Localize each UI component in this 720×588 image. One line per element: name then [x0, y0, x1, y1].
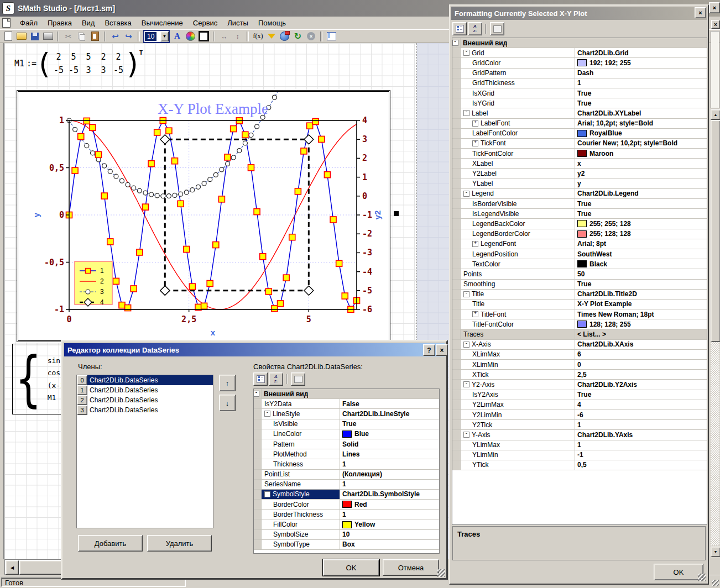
paste-icon[interactable] [89, 30, 101, 42]
property-name[interactable]: IsLegendVisible [461, 209, 575, 218]
property-name[interactable]: LineColor [262, 429, 340, 439]
property-name[interactable]: IsBorderVisible [461, 199, 575, 208]
property-value[interactable]: 1 [575, 78, 707, 88]
property-name[interactable]: Points [461, 269, 575, 279]
property-value[interactable]: True [575, 88, 707, 98]
property-value[interactable]: 192; 192; 255 [575, 58, 707, 67]
vertical-scroll-track-top[interactable] [711, 31, 719, 108]
property-name[interactable]: Smoothing [461, 280, 575, 289]
property-name[interactable]: Title [461, 300, 575, 309]
property-row[interactable]: SeriesName1 [254, 480, 439, 490]
print-icon[interactable] [42, 30, 54, 42]
property-name[interactable]: XLabel [461, 159, 575, 168]
property-row[interactable]: +LegendFontArial; 8pt [452, 239, 707, 249]
property-value[interactable]: 0,5 [575, 460, 707, 470]
property-name[interactable]: TickFontColor [461, 149, 575, 158]
property-name[interactable]: LegendBackColor [461, 219, 575, 228]
menu-правка[interactable]: Правка [43, 17, 77, 29]
plot-resize-handle[interactable] [394, 211, 399, 216]
property-name[interactable]: -Y2-Axis [461, 380, 575, 389]
property-name[interactable]: IsVisible [262, 419, 340, 429]
property-name[interactable]: LegendPosition [461, 249, 575, 259]
property-value[interactable]: Blue [340, 429, 439, 439]
dataseries-list-item[interactable]: 1Chart2DLib.DataSeries [77, 385, 213, 395]
property-row[interactable]: PatternSolid [254, 439, 439, 449]
add-button[interactable]: Добавить [78, 535, 143, 552]
property-value[interactable]: -1 [575, 450, 707, 460]
property-name[interactable]: PlotMethod [262, 449, 340, 459]
property-name[interactable]: +LegendFont [461, 239, 575, 249]
property-category-row[interactable]: -Внешний вид [452, 38, 707, 48]
collapse-icon[interactable]: - [463, 342, 469, 348]
property-row[interactable]: GridThickness1 [452, 78, 707, 88]
property-value[interactable]: 1 [340, 459, 439, 469]
property-category-row[interactable]: -Внешний вид [254, 389, 439, 399]
property-row[interactable]: BorderThickness1 [254, 510, 439, 519]
new-icon[interactable] [2, 30, 14, 42]
matrix-region[interactable]: M1 := ( 25522-5-533-5 ) T [14, 49, 142, 78]
collapse-icon[interactable]: - [463, 381, 469, 387]
property-row[interactable]: TitleX-Y Plot Example [452, 300, 707, 309]
property-value[interactable]: 0 [575, 360, 707, 369]
property-name[interactable]: -SymbolStyle [262, 490, 340, 499]
vertical-scroll-thumb[interactable] [711, 120, 720, 342]
palette-icon[interactable] [185, 30, 196, 42]
property-row[interactable]: -Y2-AxisChart2DLib.Y2Axis [452, 380, 707, 390]
property-row[interactable]: LegendBackColor255; 255; 128 [452, 219, 707, 229]
scroll-up-button[interactable]: ▲ [711, 109, 720, 120]
dialog-title-bar[interactable]: Редактор коллекции DataSeries [64, 343, 445, 356]
property-value[interactable]: Chart2DLib.Legend [575, 189, 707, 198]
property-name[interactable]: YLimMax [461, 440, 575, 450]
property-name[interactable]: -X-Axis [461, 340, 575, 349]
property-value[interactable]: 255; 255; 128 [575, 219, 707, 228]
function-icon[interactable]: f(x) [252, 30, 264, 42]
alphabetical-sort-icon[interactable]: AZ↓ [468, 22, 482, 35]
property-name[interactable]: +TickFont [461, 139, 575, 148]
property-value[interactable]: Dash [575, 69, 707, 78]
expand-icon[interactable]: + [472, 241, 478, 247]
ok-button[interactable]: OK [323, 559, 379, 576]
members-listbox[interactable]: 0Chart2DLib.DataSeries1Chart2DLib.DataSe… [76, 375, 213, 528]
collapse-icon[interactable]: - [264, 411, 270, 417]
mdi-close-button[interactable]: × [711, 20, 720, 29]
property-row[interactable]: XLimMax6 [452, 350, 707, 360]
undo-icon[interactable]: ↩ [109, 30, 121, 42]
property-row[interactable]: SmoothingTrue [452, 280, 707, 290]
categorized-view-icon[interactable] [452, 22, 467, 35]
property-name[interactable]: -Grid [461, 48, 575, 57]
property-row[interactable]: IsBorderVisibleTrue [452, 199, 707, 209]
property-value[interactable]: Chart2DLib.SymbolStyle [340, 490, 439, 499]
scroll-down-button[interactable]: ▼ [711, 547, 720, 557]
font-size-dropdown-icon[interactable]: ▼ [160, 32, 169, 41]
property-row[interactable]: Y2LimMin-6 [452, 410, 707, 420]
property-value[interactable]: True [575, 199, 707, 208]
property-value[interactable]: 1 [575, 440, 707, 450]
collapse-icon[interactable]: - [463, 110, 469, 116]
dataseries-list-item[interactable]: 2Chart2DLib.DataSeries [77, 395, 213, 405]
property-row[interactable]: GridColor192; 192; 255 [452, 58, 707, 68]
property-value[interactable]: Lines [340, 449, 439, 459]
property-row[interactable]: -Y-AxisChart2DLib.YAxis [452, 430, 707, 440]
property-row[interactable]: IsYGridTrue [452, 98, 707, 108]
property-row[interactable]: YLimMin-1 [452, 450, 707, 460]
property-row[interactable]: YLimMax1 [452, 440, 707, 450]
property-name[interactable]: Y2LimMin [461, 410, 575, 419]
property-value[interactable]: -6 [575, 410, 707, 419]
property-value[interactable]: 1 [340, 480, 439, 489]
property-name[interactable]: Внешний вид [262, 389, 308, 398]
property-row[interactable]: BorderColorRed [254, 500, 439, 510]
formatting-panel-title[interactable]: Formatting Currently Selected X-Y Plot [451, 7, 707, 20]
property-row[interactable]: IsY2AxisTrue [452, 390, 707, 400]
window-resize-grip[interactable] [712, 580, 719, 586]
menu-сервис[interactable]: Сервис [188, 17, 223, 29]
property-name[interactable]: GridThickness [461, 78, 575, 88]
property-value[interactable]: Chart2DLib.XYLabel [575, 108, 707, 118]
property-value[interactable]: Chart2DLib.YAxis [575, 430, 707, 439]
menu-файл[interactable]: Файл [15, 17, 43, 29]
property-value[interactable]: True [340, 419, 439, 429]
property-row[interactable]: XLabelx [452, 159, 707, 169]
property-value[interactable]: X-Y Plot Example [575, 300, 707, 309]
property-row[interactable]: LegendBorderColor255; 128; 128 [452, 229, 707, 239]
property-name[interactable]: LegendBorderColor [461, 229, 575, 239]
expand-icon[interactable]: + [472, 140, 478, 146]
